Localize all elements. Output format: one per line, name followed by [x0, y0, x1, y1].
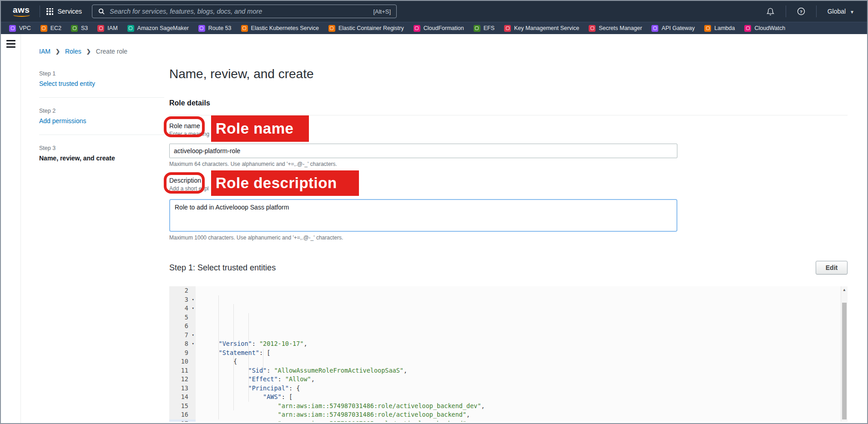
- step-number-label: Step 2: [39, 108, 169, 114]
- fold-caret-icon[interactable]: ▾: [192, 339, 194, 349]
- description-annotation-callout: Role description: [211, 170, 359, 196]
- scrollbar-up-arrow-icon[interactable]: ▲: [841, 286, 848, 294]
- gutter-line-number: 12: [169, 375, 196, 384]
- menu-button[interactable]: [6, 40, 15, 48]
- step-divider: [39, 97, 164, 98]
- aws-console-window: aws Services [Alt+S] ? Global ▼: [0, 0, 868, 424]
- favorite-service-elastic-kubernetes-service[interactable]: Elastic Kubernetes Service: [241, 25, 319, 32]
- sidebar-item-select-trusted-entity[interactable]: Select trusted entity: [39, 80, 169, 87]
- code-text: [204, 349, 219, 356]
- efs-icon: [474, 25, 480, 32]
- code-text: [204, 340, 219, 347]
- line-number-text: 4: [185, 304, 188, 312]
- favorite-service-amazon-sagemaker[interactable]: Amazon SageMaker: [127, 25, 189, 32]
- favorite-service-cloudformation[interactable]: CloudFormation: [414, 25, 464, 32]
- favorite-service-cloudwatch[interactable]: CloudWatch: [744, 25, 785, 32]
- favorite-service-label: CloudFormation: [424, 25, 464, 31]
- favorite-service-ec2[interactable]: EC2: [40, 25, 61, 32]
- notifications-bell-button[interactable]: [762, 7, 779, 16]
- role-name-label: Role name: [169, 122, 200, 130]
- favorite-service-vpc[interactable]: VPC: [9, 25, 31, 32]
- code-text: {: [204, 358, 237, 365]
- line-number-text: 13: [181, 384, 188, 392]
- api-gateway-icon: [651, 25, 658, 32]
- aws-logo[interactable]: aws: [9, 4, 33, 19]
- global-search[interactable]: [Alt+S]: [92, 5, 397, 18]
- editor-scrollbar[interactable]: ▲: [841, 286, 848, 422]
- favorite-service-label: EC2: [50, 25, 61, 31]
- code-json-key: "Principal": [248, 384, 289, 392]
- services-label: Services: [57, 8, 82, 15]
- main-panel: Name, review, and create Role details Ro…: [169, 55, 867, 422]
- favorite-service-elastic-container-registry[interactable]: Elastic Container Registry: [328, 25, 404, 32]
- role-name-helper-text: Enter a meaning: [169, 131, 209, 137]
- code-text: ,: [481, 402, 485, 409]
- line-number-text: 6: [185, 322, 188, 329]
- role-details-heading: Role details: [169, 99, 848, 108]
- code-text: [204, 411, 278, 418]
- description-constraint-text: Maximum 1000 characters. Use alphanumeri…: [169, 234, 848, 241]
- chevron-right-icon: ❯: [86, 48, 91, 55]
- favorite-service-efs[interactable]: EFS: [474, 25, 495, 32]
- line-number-text: 3: [185, 296, 188, 303]
- services-menu-button[interactable]: Services: [46, 8, 82, 15]
- favorite-service-lambda[interactable]: Lambda: [704, 25, 735, 32]
- code-text: [204, 384, 248, 392]
- code-json-string: "arn:aws:iam::574987031486:role/activelo…: [278, 411, 467, 418]
- edit-button[interactable]: Edit: [816, 261, 848, 274]
- favorite-service-api-gateway[interactable]: API Gateway: [651, 25, 695, 32]
- code-line: "Sid": "AllowAssumeRoleFromActiveloopSaa…: [204, 366, 848, 375]
- code-text: ,: [303, 340, 307, 347]
- favorite-service-label: Secrets Manager: [599, 25, 642, 31]
- code-text: :: [267, 367, 274, 374]
- fold-caret-icon[interactable]: ▾: [192, 304, 194, 313]
- global-search-input[interactable]: [110, 8, 368, 15]
- gutter-line-number: 13: [169, 384, 196, 393]
- favorite-service-label: Route 53: [208, 25, 232, 31]
- code-json-key: "Version": [219, 340, 252, 347]
- scrollbar-thumb[interactable]: [842, 303, 847, 419]
- bell-icon: [766, 7, 775, 16]
- cloudwatch-icon: [744, 25, 751, 32]
- section-divider: [169, 115, 848, 115]
- favorite-service-iam[interactable]: IAM: [97, 25, 117, 32]
- favorite-service-route-53[interactable]: Route 53: [198, 25, 232, 32]
- breadcrumb-item-iam[interactable]: IAM: [39, 48, 50, 55]
- trusted-entities-heading: Step 1: Select trusted entities: [169, 263, 276, 273]
- region-label: Global: [828, 8, 846, 15]
- code-text: : [: [259, 349, 270, 356]
- favorite-service-key-management-service[interactable]: Key Management Service: [504, 25, 579, 32]
- sidebar-item-add-permissions[interactable]: Add permissions: [39, 117, 169, 125]
- iam-icon: [97, 25, 104, 32]
- code-line: "arn:aws:iam::597713067985:role/activelo…: [204, 419, 848, 422]
- fold-caret-icon[interactable]: ▾: [192, 331, 194, 340]
- code-text: ,: [311, 375, 315, 383]
- breadcrumb-item-roles[interactable]: Roles: [65, 48, 81, 55]
- question-mark-icon: ?: [797, 7, 806, 16]
- code-line: "arn:aws:iam::574987031486:role/activelo…: [204, 402, 848, 411]
- role-name-input[interactable]: [169, 144, 677, 158]
- fold-caret-icon[interactable]: ▾: [192, 295, 194, 304]
- code-json-string: "arn:aws:iam::597713067985:role/activelo…: [278, 420, 467, 422]
- gutter-line-number: 10: [169, 357, 196, 366]
- line-number-text: 2: [185, 287, 188, 294]
- editor-code-area[interactable]: "Version": "2012-10-17", "Statement": [ …: [196, 286, 848, 422]
- line-number-text: 10: [181, 358, 188, 365]
- region-selector[interactable]: Global ▼: [823, 8, 859, 15]
- code-line: {: [204, 357, 848, 366]
- gutter-line-number: 8▾: [169, 339, 196, 349]
- grid-icon: [46, 8, 53, 15]
- code-text: :: [252, 340, 259, 347]
- chevron-right-icon: ❯: [56, 48, 60, 55]
- favorite-service-secrets-manager[interactable]: Secrets Manager: [589, 25, 642, 32]
- help-button[interactable]: ?: [792, 7, 810, 16]
- page-body: IAM❯Roles❯Create role Step 1Select trust…: [21, 34, 867, 423]
- key-management-service-icon: [504, 25, 511, 32]
- cloudformation-icon: [414, 25, 420, 32]
- step-item-3: Step 3Name, review, and create: [39, 145, 169, 162]
- favorite-service-s3[interactable]: S3: [71, 25, 88, 32]
- gutter-line-number: 2: [169, 286, 196, 295]
- trust-policy-code-editor[interactable]: 23▾4▾567▾8▾91011121314151617 "Version": …: [169, 286, 848, 422]
- description-textarea[interactable]: Role to add in Activelooop Sass platform: [169, 199, 677, 232]
- favorites-bar: VPCEC2S3IAMAmazon SageMakerRoute 53Elast…: [1, 22, 867, 34]
